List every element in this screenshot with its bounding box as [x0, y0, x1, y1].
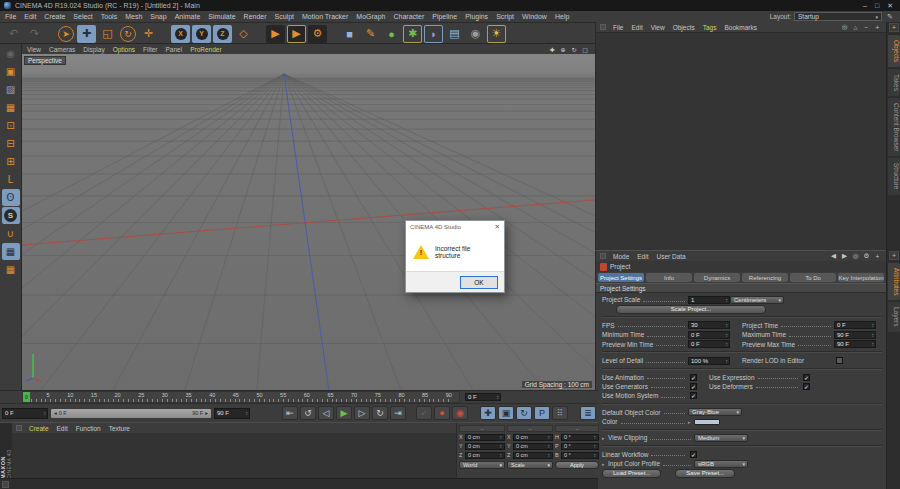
menu-item-cameras[interactable]: Cameras — [49, 46, 75, 53]
perspective-view[interactable]: Perspective Grid Spacing : 100 cm — [22, 54, 595, 390]
range-start-field[interactable]: 0 F↕ — [2, 408, 48, 419]
expand-panel-icon[interactable]: + — [873, 252, 882, 261]
dropdown-medium[interactable]: Medium▾ — [694, 434, 748, 442]
keyframe-pla-button[interactable]: ⠿ — [552, 406, 568, 420]
autokeying-button[interactable]: ◉ — [452, 406, 468, 420]
camera-button[interactable]: ◉ — [466, 25, 485, 43]
coordinate-field[interactable]: 0 cm↕ — [465, 452, 505, 460]
go-to-end-button[interactable]: ⇥ — [390, 406, 406, 420]
play-backwards-button[interactable]: ↺ — [300, 406, 316, 420]
tab-referencing[interactable]: Referencing — [742, 273, 788, 282]
texture-mode-button[interactable]: ▨ — [2, 81, 20, 98]
dropdown-gray-blue[interactable]: Gray-Blue▾ — [688, 408, 742, 416]
next-frame-button[interactable]: ▷ — [354, 406, 370, 420]
planar-workplane-button[interactable]: ▦ — [2, 261, 20, 278]
object-manager-list[interactable] — [595, 33, 886, 250]
camera-label[interactable]: Perspective — [24, 56, 66, 65]
add-cube-button[interactable]: ■ — [340, 25, 359, 43]
button-apply[interactable]: Apply — [555, 461, 599, 469]
keyframe-selection-button[interactable]: ≣ — [580, 406, 596, 420]
button-save-preset-[interactable]: Save Preset... — [675, 469, 735, 478]
live-selection-tool[interactable]: ➤ — [58, 26, 74, 42]
panel-grip-icon[interactable] — [600, 24, 606, 30]
play-forwards-button[interactable]: ▶ — [336, 406, 352, 420]
edges-mode-button[interactable]: ⊟ — [2, 135, 20, 152]
side-tab-layers[interactable]: Layers — [888, 302, 900, 332]
coordinate-column-header[interactable]: – — [555, 425, 599, 432]
menu-item-help[interactable]: Help — [555, 13, 569, 20]
subdivision-surface-button[interactable]: ● — [382, 25, 401, 43]
menu-item-prorender[interactable]: ProRender — [190, 46, 221, 53]
menu-item-character[interactable]: Character — [394, 13, 425, 20]
menu-item-select[interactable]: Select — [73, 13, 92, 20]
lock-workplane-button[interactable]: ▦ — [2, 243, 20, 260]
range-end-field[interactable]: 90 F↕ — [214, 408, 250, 419]
model-mode-button[interactable]: ▣ — [2, 63, 20, 80]
polygons-mode-button[interactable]: ⊞ — [2, 153, 20, 170]
menu-item-create[interactable]: Create — [44, 13, 65, 20]
last-used-tool[interactable]: ✛ — [139, 25, 158, 43]
menu-item-pipeline[interactable]: Pipeline — [432, 13, 457, 20]
rotate-view-icon[interactable]: ↻ — [569, 45, 579, 54]
keyframe-position-button[interactable]: ✚ — [480, 406, 496, 420]
snap-button[interactable]: S — [2, 207, 20, 224]
numeric-field[interactable]: 90 F↕ — [834, 331, 876, 339]
close-button[interactable]: ✕ — [887, 1, 893, 10]
deformers-button[interactable]: ◗ — [424, 25, 443, 43]
lock-y-axis[interactable]: Y — [192, 25, 211, 43]
menu-item-view[interactable]: View — [651, 24, 665, 31]
panel-grip-icon[interactable] — [600, 253, 606, 259]
expand-panel-icon[interactable]: + — [889, 251, 899, 260]
home-icon[interactable]: ⌂ — [851, 23, 860, 32]
coordinate-field[interactable]: 0 cm↕ — [465, 443, 505, 451]
record-options-button[interactable]: ✓ — [416, 406, 432, 420]
lock-x-axis[interactable]: X — [171, 25, 190, 43]
dropdown-srgb[interactable]: sRGB▾ — [694, 460, 748, 468]
menu-item-bookmarks[interactable]: Bookmarks — [724, 24, 757, 31]
checkbox[interactable]: ✓ — [690, 451, 697, 458]
preview-range-slider[interactable]: ◂ 0 F 90 F ▸ — [50, 408, 212, 419]
search-icon[interactable]: ◎ — [851, 252, 860, 261]
menu-item-simulate[interactable]: Simulate — [208, 13, 235, 20]
coordinate-column-header[interactable]: – — [507, 425, 553, 432]
layout-dropdown[interactable]: Startup▾ — [794, 12, 882, 21]
spline-pen-button[interactable]: ✎ — [361, 25, 380, 43]
ok-button[interactable]: OK — [460, 276, 498, 289]
minimize-panel-icon[interactable]: − — [862, 23, 871, 32]
menu-item-mode[interactable]: Mode — [613, 253, 629, 260]
menu-item-animate[interactable]: Animate — [175, 13, 201, 20]
dropdown-scale[interactable]: Scale▾ — [507, 461, 553, 469]
timeline-playhead[interactable]: 0 — [23, 392, 30, 402]
coordinate-field[interactable]: 0 cm↕ — [465, 434, 505, 442]
side-tab-objects[interactable]: Objects — [888, 35, 900, 67]
redo-icon[interactable]: ↷ — [25, 25, 44, 43]
menu-item-motion-tracker[interactable]: Motion Tracker — [302, 13, 348, 20]
menu-item-edit[interactable]: Edit — [631, 24, 642, 31]
settings-icon[interactable]: ⚙ — [862, 252, 871, 261]
coordinate-column-header[interactable]: – — [459, 425, 505, 432]
menu-item-objects[interactable]: Objects — [673, 24, 695, 31]
coordinate-system-toggle[interactable]: ◇ — [234, 25, 253, 43]
tab-key-interpolation[interactable]: Key Interpolation — [838, 273, 884, 282]
numeric-field[interactable]: 0 F↕ — [688, 331, 730, 339]
coordinate-field[interactable]: 0 °↕ — [561, 452, 599, 460]
menu-item-edit[interactable]: Edit — [24, 13, 36, 20]
menu-item-tools[interactable]: Tools — [101, 13, 117, 20]
button-scale-project-[interactable]: Scale Project... — [616, 305, 766, 314]
menu-item-edit[interactable]: Edit — [57, 425, 68, 432]
menu-item-function[interactable]: Function — [76, 425, 101, 432]
coordinate-field[interactable]: 0 °↕ — [561, 434, 599, 442]
menu-item-options[interactable]: Options — [113, 46, 135, 53]
menu-item-tags[interactable]: Tags — [703, 24, 717, 31]
slider-right-arrow-icon[interactable]: ▸ — [205, 410, 208, 416]
render-picture-viewer-button[interactable]: ▶ — [287, 25, 306, 43]
checkbox[interactable] — [836, 357, 843, 364]
menu-item-render[interactable]: Render — [244, 13, 267, 20]
numeric-field[interactable]: 0 F↕ — [688, 340, 730, 348]
button-load-preset-[interactable]: Load Preset... — [602, 469, 661, 478]
lock-z-axis[interactable]: Z — [213, 25, 232, 43]
numeric-field[interactable]: 100 %↕ — [688, 357, 730, 365]
menu-item-plugins[interactable]: Plugins — [465, 13, 488, 20]
move-tool[interactable]: ✚ — [77, 25, 96, 43]
menu-item-display[interactable]: Display — [83, 46, 104, 53]
